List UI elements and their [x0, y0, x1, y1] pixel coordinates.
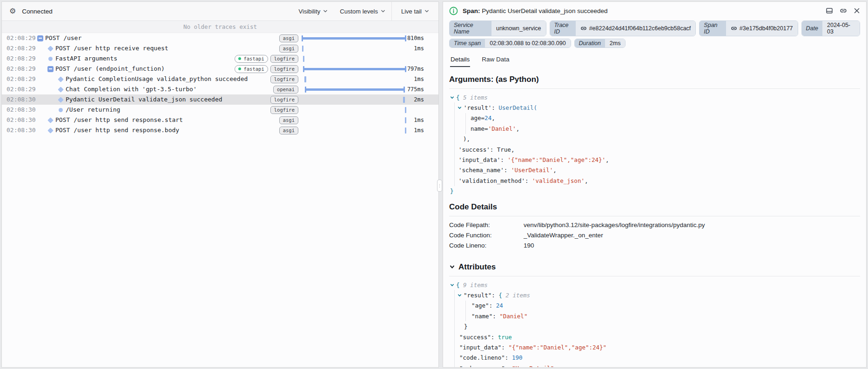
code-token: "name"	[471, 313, 492, 320]
duration-bar-track	[302, 74, 408, 84]
meta-badge-label: Service Name	[450, 21, 491, 36]
minus-square-icon[interactable]	[47, 66, 54, 72]
code-line: 'input_data': '{"name":"Daniel","age":24…	[449, 154, 860, 165]
link-icon	[580, 25, 587, 32]
code-line: "input_data": "{"name":"Daniel","age":24…	[449, 342, 860, 352]
meta-badge-trace-id[interactable]: Trace ID#e8224d24d41f064b112c6eb9cb58cac…	[550, 20, 696, 36]
close-icon[interactable]	[854, 7, 860, 14]
code-token: :	[492, 313, 499, 320]
trace-row[interactable]: 02:08:29Pydantic CompletionUsage validat…	[2, 74, 438, 84]
trace-row[interactable]: 02:08:30Pydantic UserDetail validate_jso…	[2, 94, 438, 105]
trace-time: 02:08:29	[7, 74, 36, 84]
collapse-chevron-icon[interactable]	[450, 283, 454, 287]
collapse-chevron-icon[interactable]	[458, 293, 462, 297]
code-detail-row: Code Lineno:190	[449, 241, 860, 251]
trace-row[interactable]: 02:08:29POST /userasgi810ms	[2, 33, 438, 43]
trace-label: FastAPI arguments	[55, 54, 117, 64]
code-token: ,	[585, 177, 588, 184]
code-token: {	[498, 292, 505, 299]
code-token: :	[489, 302, 496, 309]
meta-value-text: #e8224d24d41f064b112c6eb9cb58cacf	[589, 25, 691, 32]
logfire-badge: logfire	[270, 75, 298, 83]
attributes-heading-row[interactable]: Attributes	[449, 262, 860, 272]
meta-badge-value: #e8224d24d41f064b112c6eb9cb58cacf	[576, 21, 696, 36]
trace-time: 02:08:30	[7, 115, 36, 125]
meta-value-text: 2ms	[610, 40, 621, 47]
collapse-chevron-icon[interactable]	[458, 106, 462, 110]
code-token: :	[505, 365, 512, 368]
diamond-icon[interactable]	[58, 87, 64, 93]
badge-label: fastapi	[243, 55, 264, 62]
badge-label: asgi	[283, 35, 295, 42]
code-token: 9 items	[463, 282, 488, 288]
diamond-icon[interactable]	[47, 127, 54, 134]
trace-panel-header: ⚙ Connected Visibility Custom levels Liv…	[2, 2, 438, 21]
trace-row[interactable]: 02:08:29Chat Completion with 'gpt-3.5-tu…	[2, 84, 438, 94]
code-line: "result": { 2 items	[449, 290, 860, 300]
duration-bar-track	[302, 43, 408, 54]
code-token: : True,	[490, 146, 515, 153]
diamond-icon[interactable]	[58, 97, 64, 103]
duration-bar	[304, 76, 306, 82]
meta-badge-span-id[interactable]: Span ID#3e175db4f0b20177	[699, 20, 798, 36]
indent-guide	[454, 301, 455, 311]
code-token: 190	[512, 354, 523, 361]
tab-details[interactable]: Details	[450, 54, 470, 67]
collapse-chevron-icon[interactable]	[449, 264, 455, 270]
code-token: "input_data"	[459, 344, 501, 351]
code-token: 'success'	[458, 146, 490, 153]
code-token: name=	[471, 125, 488, 132]
trace-row[interactable]: 02:08:29FastAPI argumentsfastapilogfire	[2, 54, 438, 64]
meta-badge-date: Date2024-05-03	[801, 20, 860, 36]
green-dot-icon	[238, 57, 241, 60]
trace-row[interactable]: 02:08:29POST /user http receive requesta…	[2, 43, 438, 54]
diamond-icon[interactable]	[47, 46, 54, 52]
code-token: '{"name":"Daniel","age":24}'	[507, 156, 606, 163]
code-token: {	[456, 282, 463, 288]
visibility-dropdown[interactable]: Visibility	[293, 2, 334, 20]
custom-levels-dropdown[interactable]: Custom levels	[334, 2, 391, 20]
trace-row[interactable]: 02:08:30POST /user http send response.bo…	[2, 125, 438, 135]
trace-badges: logfire	[270, 94, 298, 105]
diamond-icon[interactable]	[58, 76, 64, 82]
code-token: ,	[491, 114, 495, 121]
circle-icon[interactable]	[48, 57, 53, 61]
code-token: age=	[471, 114, 484, 121]
code-detail-row: Code Filepath:venv/lib/python3.12/site-p…	[449, 220, 860, 230]
live-tail-dropdown[interactable]: Live tail	[391, 2, 438, 20]
trace-row[interactable]: 02:08:30/User returninglogfire	[2, 105, 438, 115]
code-line: 'schema_name': 'UserDetail',	[449, 165, 860, 175]
trace-label: Chat Completion with 'gpt-3.5-turbo'	[66, 84, 197, 94]
panel-resize-handle[interactable]: ⋮	[437, 180, 442, 192]
code-token: 'Daniel'	[488, 125, 516, 132]
meta-badge-label: Trace ID	[550, 21, 576, 36]
trace-duration: 1ms	[405, 74, 424, 84]
code-token: {	[456, 94, 463, 101]
code-token: 'result'	[464, 104, 491, 111]
code-line: "schema_name": "UserDetail"	[449, 363, 860, 368]
circle-icon[interactable]	[59, 108, 63, 112]
meta-badge-label: Span ID	[700, 21, 726, 36]
copy-link-icon[interactable]	[840, 7, 847, 14]
gear-icon[interactable]: ⚙	[9, 7, 16, 15]
tab-raw-data[interactable]: Raw Data	[481, 54, 510, 67]
code-details-heading: Code Details	[449, 202, 860, 212]
link-icon	[731, 25, 737, 32]
trace-time: 02:08:29	[7, 54, 36, 64]
trace-badges: openai	[273, 84, 298, 94]
minus-square-icon[interactable]	[37, 35, 43, 41]
trace-badges: fastapilogfire	[235, 64, 298, 74]
trace-panel: ⚙ Connected Visibility Custom levels Liv…	[1, 1, 439, 368]
collapse-chevron-icon[interactable]	[450, 95, 454, 100]
diamond-icon[interactable]	[47, 117, 54, 123]
badge-label: openai	[277, 86, 295, 93]
trace-duration: 1ms	[405, 115, 424, 125]
indent-guide	[454, 290, 455, 300]
green-dot-icon	[238, 67, 241, 70]
split-panel-icon[interactable]	[826, 7, 833, 14]
duration-bar-track	[302, 125, 408, 135]
meta-badge-value: 2024-05-03	[822, 21, 860, 36]
trace-row[interactable]: 02:08:29POST /user (endpoint_function)fa…	[2, 64, 438, 74]
trace-duration: 810ms	[405, 33, 424, 43]
trace-row[interactable]: 02:08:30POST /user http send response.st…	[2, 115, 438, 125]
